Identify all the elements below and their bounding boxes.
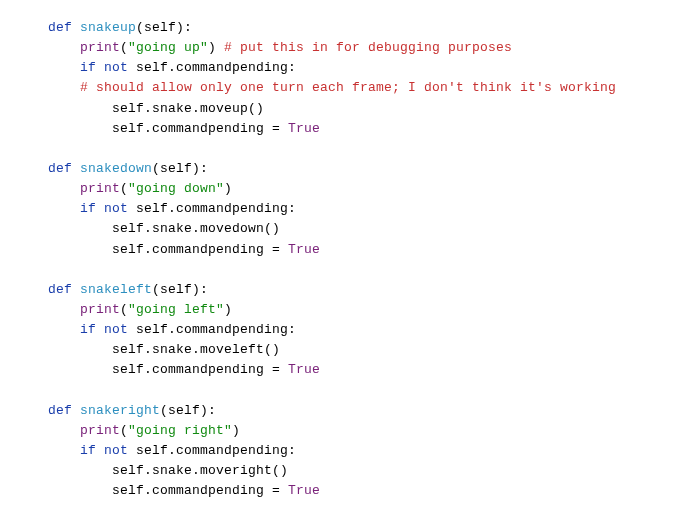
comment: # should allow only one turn each frame;… bbox=[80, 80, 616, 95]
function-name: snakeright bbox=[80, 403, 160, 418]
paren: ( bbox=[120, 181, 128, 196]
keyword-not: not bbox=[104, 322, 128, 337]
comment: # put this in for debugging purposes bbox=[216, 40, 512, 55]
constant-true: True bbox=[288, 483, 320, 498]
paren: ) bbox=[224, 302, 232, 317]
expr: self.commandpending: bbox=[128, 201, 296, 216]
paren: ( bbox=[120, 40, 128, 55]
builtin-print: print bbox=[80, 302, 120, 317]
code-line: self.snake.moveleft() bbox=[112, 342, 280, 357]
expr: self.commandpending: bbox=[128, 60, 296, 75]
keyword-if: if bbox=[80, 443, 96, 458]
code-line: self.commandpending = bbox=[112, 483, 288, 498]
expr: self.commandpending: bbox=[128, 443, 296, 458]
keyword-def: def bbox=[48, 20, 72, 35]
constant-true: True bbox=[288, 362, 320, 377]
code-line: self.commandpending = bbox=[112, 362, 288, 377]
function-name: snakeup bbox=[80, 20, 136, 35]
keyword-not: not bbox=[104, 201, 128, 216]
code-line: self.snake.moveup() bbox=[112, 101, 264, 116]
expr: self.commandpending: bbox=[128, 322, 296, 337]
keyword-if: if bbox=[80, 322, 96, 337]
string-literal: "going up" bbox=[128, 40, 208, 55]
paren: ) bbox=[224, 181, 232, 196]
keyword-not: not bbox=[104, 60, 128, 75]
keyword-if: if bbox=[80, 201, 96, 216]
code-line: self.snake.movedown() bbox=[112, 221, 280, 236]
constant-true: True bbox=[288, 121, 320, 136]
builtin-print: print bbox=[80, 181, 120, 196]
signature: (self): bbox=[160, 403, 216, 418]
keyword-def: def bbox=[48, 282, 72, 297]
code-block: def snakeup(self): print("going up") # p… bbox=[0, 0, 678, 519]
code-line: self.commandpending = bbox=[112, 121, 288, 136]
paren: ) bbox=[232, 423, 240, 438]
constant-true: True bbox=[288, 242, 320, 257]
builtin-print: print bbox=[80, 40, 120, 55]
keyword-def: def bbox=[48, 403, 72, 418]
paren: ( bbox=[120, 302, 128, 317]
signature: (self): bbox=[152, 161, 208, 176]
builtin-print: print bbox=[80, 423, 120, 438]
paren: ) bbox=[208, 40, 216, 55]
signature: (self): bbox=[136, 20, 192, 35]
string-literal: "going down" bbox=[128, 181, 224, 196]
string-literal: "going right" bbox=[128, 423, 232, 438]
keyword-if: if bbox=[80, 60, 96, 75]
code-line: self.snake.moveright() bbox=[112, 463, 288, 478]
keyword-def: def bbox=[48, 161, 72, 176]
keyword-not: not bbox=[104, 443, 128, 458]
string-literal: "going left" bbox=[128, 302, 224, 317]
function-name: snakedown bbox=[80, 161, 152, 176]
paren: ( bbox=[120, 423, 128, 438]
code-line: self.commandpending = bbox=[112, 242, 288, 257]
signature: (self): bbox=[152, 282, 208, 297]
function-name: snakeleft bbox=[80, 282, 152, 297]
